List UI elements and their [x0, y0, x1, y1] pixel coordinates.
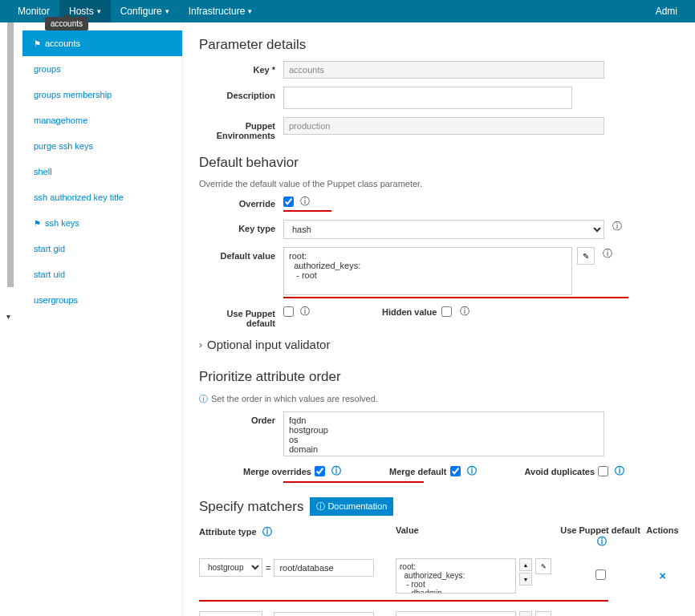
caret-down-icon: ▾: [97, 7, 101, 15]
info-icon[interactable]: ⓘ: [467, 464, 477, 478]
left-scroll-gutter[interactable]: ▾: [0, 22, 22, 616]
info-icon[interactable]: ⓘ: [612, 220, 622, 233]
section-title-prioritize: Prioritize attribute order: [199, 369, 689, 385]
textarea-description[interactable]: [283, 87, 572, 109]
label-merge-overrides: Merge overrides: [243, 467, 311, 476]
input-puppet-env[interactable]: [283, 117, 604, 135]
label-use-puppet-default: Use Puppet default: [199, 305, 283, 328]
select-keytype[interactable]: hash: [283, 220, 604, 239]
sidebar-item-groups[interactable]: groups: [22, 56, 182, 82]
matcher-attr-value[interactable]: [274, 612, 374, 617]
annotation-underline: [283, 481, 424, 483]
input-key[interactable]: [283, 61, 604, 79]
column-header-actions: Actions: [644, 525, 681, 549]
sidebar-item-shell[interactable]: shell: [22, 159, 182, 184]
annotation-underline: [199, 600, 608, 602]
textarea-default-value[interactable]: [283, 247, 572, 295]
info-icon[interactable]: ⓘ: [331, 464, 341, 478]
label-key: Key *: [199, 61, 283, 75]
sidebar-item-label: managehome: [34, 116, 87, 125]
sidebar-item-ssh-keys[interactable]: ⚑ ssh keys: [22, 210, 182, 236]
documentation-button[interactable]: ⓘDocumentation: [310, 497, 393, 516]
matcher-upd-checkbox[interactable]: [595, 569, 606, 580]
matcher-attr-value[interactable]: [274, 559, 374, 577]
checkbox-merge-default[interactable]: [450, 466, 461, 476]
nav-infrastructure[interactable]: Infrastructure ▾: [179, 0, 262, 22]
section-title-parameter-details: Parameter details: [199, 37, 689, 53]
top-nav: Monitor Hosts ▾ Configure ▾ Infrastructu…: [0, 0, 695, 22]
matcher-attr-select[interactable]: hostgroup: [199, 558, 262, 577]
checkbox-merge-overrides[interactable]: [315, 466, 325, 476]
fullscreen-edit-button[interactable]: ✎: [535, 611, 551, 616]
info-icon[interactable]: ⓘ: [603, 247, 612, 261]
sidebar-item-ssh-auth-key-title[interactable]: ssh authorized key title: [22, 184, 182, 210]
equals-icon: =: [266, 563, 270, 573]
info-icon[interactable]: ⓘ: [300, 195, 310, 209]
main-content: Parameter details Key * Description Pupp…: [183, 22, 695, 616]
matcher-attr-select[interactable]: hostgroup: [199, 611, 262, 616]
nav-configure-label: Configure: [120, 6, 162, 17]
collapsible-optional-validator[interactable]: › Optional input validator: [199, 331, 689, 358]
checkbox-override[interactable]: [283, 197, 294, 207]
scroll-thumb[interactable]: [7, 22, 14, 287]
label-keytype: Key type: [199, 220, 283, 233]
prioritize-desc: Set the order in which values are resolv…: [199, 393, 689, 405]
sidebar-item-label: groups membership: [34, 90, 112, 99]
matcher-value-textarea[interactable]: [396, 611, 516, 616]
label-avoid-duplicates: Avoid duplicates: [525, 467, 595, 476]
nav-monitor-label: Monitor: [18, 6, 50, 17]
section-title-default-behavior: Default behavior: [199, 155, 689, 171]
nav-hosts-label: Hosts: [69, 6, 94, 17]
matcher-row: hostgroup = ▴ ▾ ✎ ×: [199, 552, 689, 600]
nav-admin[interactable]: Admi: [646, 0, 687, 22]
scroll-down-icon[interactable]: ▾: [519, 573, 532, 586]
sidebar-item-label: accounts: [45, 38, 80, 48]
sidebar-item-purge-ssh-keys[interactable]: purge ssh keys: [22, 133, 182, 159]
label-override: Override: [199, 195, 283, 209]
sidebar-item-label: purge ssh keys: [34, 141, 93, 151]
column-header-value: Value: [396, 525, 556, 549]
scroll-up-icon[interactable]: ▴: [519, 611, 532, 616]
annotation-underline: [283, 297, 628, 298]
delete-matcher-button[interactable]: ×: [659, 569, 665, 582]
sidebar-item-accounts[interactable]: ⚑ accounts: [22, 30, 182, 56]
checkbox-avoid-duplicates[interactable]: [598, 466, 608, 476]
checkbox-hidden-value[interactable]: [441, 306, 452, 317]
caret-down-icon: ▾: [165, 7, 169, 15]
textarea-order[interactable]: [283, 411, 604, 456]
label-default-value: Default value: [199, 247, 283, 261]
info-icon[interactable]: ⓘ: [615, 464, 624, 478]
label-merge-default: Merge default: [389, 467, 447, 476]
section-title-specify-matchers: Specify matchers: [199, 499, 303, 515]
flag-icon: ⚑: [34, 219, 41, 228]
label-puppet-env: Puppet Environments: [199, 117, 283, 140]
info-icon[interactable]: ⓘ: [262, 526, 272, 537]
fullscreen-edit-button[interactable]: ✎: [535, 558, 551, 574]
sidebar-item-managehome[interactable]: managehome: [22, 107, 182, 133]
sidebar-item-label: start gid: [34, 244, 65, 253]
fullscreen-edit-button[interactable]: ✎: [577, 247, 595, 265]
matcher-value-textarea[interactable]: [396, 558, 516, 594]
sidebar-item-start-gid[interactable]: start gid: [22, 236, 182, 261]
scroll-up-icon[interactable]: ▴: [519, 558, 532, 571]
matcher-row: hostgroup = ▴ ▾ ✎ ×: [199, 605, 689, 616]
sidebar-item-groups-membership[interactable]: groups membership: [22, 82, 182, 107]
flag-icon: ⚑: [34, 39, 41, 48]
nav-configure[interactable]: Configure ▾: [111, 0, 179, 22]
column-header-upd: Use Puppet default: [560, 525, 640, 535]
sidebar-item-label: ssh keys: [45, 218, 79, 228]
info-icon[interactable]: ⓘ: [460, 305, 469, 318]
info-icon[interactable]: ⓘ: [300, 305, 310, 318]
checkbox-use-puppet-default[interactable]: [283, 306, 294, 317]
sidebar-item-start-uid[interactable]: start uid: [22, 261, 182, 287]
nav-infrastructure-label: Infrastructure: [189, 6, 246, 17]
default-behavior-desc: Override the default value of the Puppet…: [199, 179, 689, 188]
hover-tooltip: accounts: [45, 17, 88, 30]
sidebar-item-label: start uid: [34, 270, 65, 279]
sidebar-item-usergroups[interactable]: usergroups: [22, 287, 182, 313]
sidebar-item-label: ssh authorized key title: [34, 192, 124, 202]
scroll-arrow-down-icon[interactable]: ▾: [6, 312, 10, 321]
sidebar-item-label: shell: [34, 167, 52, 176]
info-icon[interactable]: ⓘ: [597, 536, 607, 547]
label-hidden-value: Hidden value: [382, 307, 437, 317]
